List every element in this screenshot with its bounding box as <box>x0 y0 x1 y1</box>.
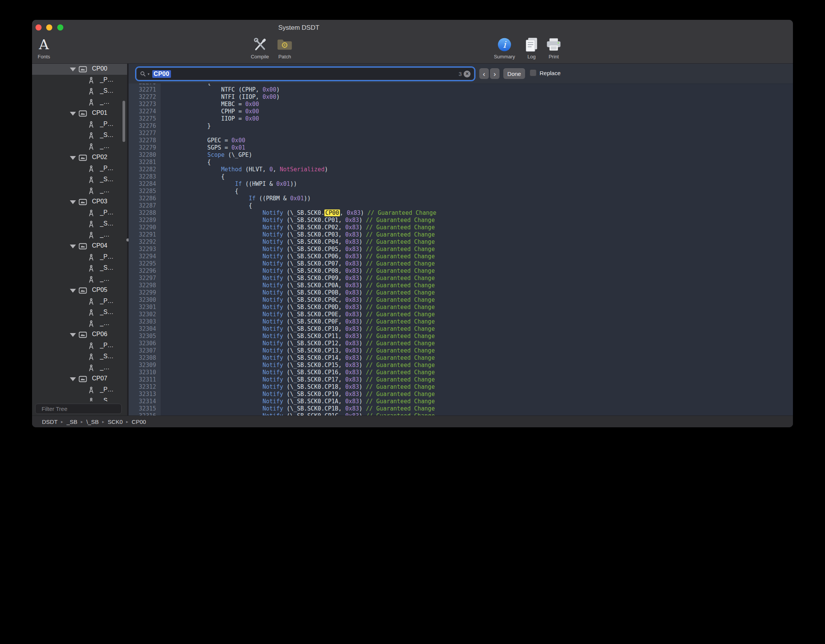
disclosure-triangle-icon[interactable] <box>70 377 76 381</box>
code-text: Notify (\_SB.SCK0.CP09, 0x83) // Guarant… <box>161 275 435 282</box>
tree-item[interactable]: _… <box>32 362 127 374</box>
line-number: 32277 <box>129 130 161 137</box>
code-line: 32297 Notify (\_SB.SCK0.CP09, 0x83) // G… <box>129 275 793 282</box>
code-text: Notify (\_SB.SCK0.CP19, 0x83) // Guarant… <box>161 391 435 398</box>
code-editor[interactable]: 32270 {32271 NTFC (CPHP, 0x00)32272 NTFI… <box>129 84 793 416</box>
tree-group-label: CP07 <box>92 375 107 382</box>
tree-item[interactable]: _S… <box>32 86 127 97</box>
zoom-button[interactable] <box>57 24 63 31</box>
breadcrumb-item[interactable]: \_SB <box>86 419 99 425</box>
tree-group-cp07[interactable]: CP07 <box>32 374 127 385</box>
search-options-chevron-icon[interactable]: ▾ <box>148 72 150 76</box>
find-next-button[interactable]: › <box>490 68 500 79</box>
tree-group-label: CP05 <box>92 287 107 293</box>
sidebar-scrollbar[interactable] <box>122 101 125 142</box>
tree-item[interactable]: _P… <box>32 385 127 396</box>
code-text: SGPS = 0x01 <box>161 144 245 151</box>
tree-item[interactable]: _… <box>32 318 127 329</box>
disclosure-triangle-icon[interactable] <box>70 112 76 116</box>
minimize-button[interactable] <box>46 24 52 31</box>
method-icon <box>88 98 95 106</box>
toolbar-item-summary[interactable]: i Summary <box>491 36 518 60</box>
tree-item[interactable]: _P… <box>32 296 127 307</box>
line-number: 32293 <box>129 246 161 253</box>
breadcrumb-item[interactable]: _SB <box>66 419 77 425</box>
done-button[interactable]: Done <box>503 68 525 79</box>
breadcrumb-item[interactable]: DSDT <box>42 419 58 425</box>
code-line: 32278 GPEC = 0x00 <box>129 137 793 144</box>
clear-search-icon[interactable]: ✕ <box>464 71 471 77</box>
replace-checkbox[interactable] <box>530 69 537 76</box>
tree-item[interactable]: _P… <box>32 252 127 263</box>
tree-group-cp05[interactable]: CP05 <box>32 285 127 296</box>
method-icon <box>88 187 95 195</box>
find-previous-button[interactable]: ‹ <box>479 68 489 79</box>
fonts-icon: A <box>33 36 55 53</box>
code-text: Notify (\_SB.SCK0.CP07, 0x83) // Guarant… <box>161 260 435 267</box>
titlebar-toolbar: System DSDT A Fonts Compile <box>32 20 793 64</box>
toolbar-item-compile[interactable]: Compile <box>246 36 274 60</box>
disclosure-triangle-icon[interactable] <box>70 200 76 204</box>
find-query-text[interactable]: CP00 <box>152 70 171 78</box>
code-line: 32276 } <box>129 122 793 130</box>
method-icon <box>88 143 95 151</box>
filter-tree-input[interactable] <box>41 405 118 412</box>
tree-item[interactable]: _… <box>32 97 127 108</box>
tree-item[interactable]: _S… <box>32 219 127 230</box>
method-icon <box>88 176 95 184</box>
tree-item[interactable]: _… <box>32 185 127 196</box>
code-text: { <box>161 188 238 195</box>
line-number: 32290 <box>129 224 161 231</box>
filter-tree-field[interactable] <box>35 404 122 414</box>
tree-item[interactable]: _… <box>32 274 127 285</box>
code-text: Notify (\_SB.SCK0.CP13, 0x83) // Guarant… <box>161 347 435 354</box>
tree-item[interactable]: _P… <box>32 75 127 86</box>
code-line: 32284 If ((HWPI & 0x01)) <box>129 180 793 188</box>
tree-item[interactable]: _P… <box>32 163 127 174</box>
disclosure-triangle-icon[interactable] <box>70 68 76 71</box>
find-search-field[interactable]: ▾ CP00 3 ✕ <box>136 68 474 80</box>
breadcrumb-item[interactable]: CP00 <box>132 419 146 425</box>
disclosure-triangle-icon[interactable] <box>70 289 76 293</box>
tree-item[interactable]: _S… <box>32 351 127 362</box>
breadcrumb-item[interactable]: SCK0 <box>108 419 122 425</box>
tree-group-cp03[interactable]: CP03 <box>32 196 127 208</box>
tree-group-label: CP02 <box>92 154 107 161</box>
code-text: Scope (\_GPE) <box>161 151 252 159</box>
code-text <box>161 130 166 137</box>
tree-item[interactable]: _… <box>32 230 127 241</box>
toolbar-item-fonts[interactable]: A Fonts <box>33 36 55 60</box>
search-icon <box>140 71 146 77</box>
code-text: Notify (\_SB.SCK0.CP17, 0x83) // Guarant… <box>161 376 435 383</box>
code-line: 32279 SGPS = 0x01 <box>129 144 793 151</box>
tree-item[interactable]: _S… <box>32 130 127 141</box>
toolbar-item-log[interactable]: Log <box>521 36 542 60</box>
tree-group-cp06[interactable]: CP06 <box>32 329 127 340</box>
tree-group-cp00[interactable]: CP00 <box>32 64 127 75</box>
method-icon <box>88 253 95 261</box>
toolbar-item-print[interactable]: Print <box>543 36 564 60</box>
code-line: 32281 { <box>129 159 793 166</box>
code-line: 32272 NTFI (IIOP, 0x00) <box>129 93 793 101</box>
tree-item[interactable]: _P… <box>32 208 127 219</box>
code-line: 32313 Notify (\_SB.SCK0.CP19, 0x83) // G… <box>129 391 793 398</box>
tree-item[interactable]: _P… <box>32 119 127 130</box>
disclosure-triangle-icon[interactable] <box>70 156 76 160</box>
tree-item[interactable]: _P… <box>32 340 127 351</box>
tree-item[interactable]: _… <box>32 141 127 152</box>
toolbar-item-patch[interactable]: Patch <box>272 36 297 60</box>
patch-folder-icon <box>272 36 297 53</box>
tree-group-cp04[interactable]: CP04 <box>32 241 127 252</box>
tree-item[interactable]: _S… <box>32 174 127 185</box>
tree-group-label: CP00 <box>92 65 107 72</box>
tree-group-cp02[interactable]: CP02 <box>32 152 127 163</box>
tree-group-cp01[interactable]: CP01 <box>32 108 127 119</box>
tree-item[interactable]: _S… <box>32 307 127 318</box>
line-number: 32305 <box>129 333 161 340</box>
disclosure-triangle-icon[interactable] <box>70 333 76 337</box>
tree-item[interactable]: _S… <box>32 263 127 274</box>
tree-item[interactable]: _S… <box>32 396 127 401</box>
close-button[interactable] <box>35 24 42 31</box>
tree-item-label: _P… <box>100 342 114 349</box>
disclosure-triangle-icon[interactable] <box>70 245 76 248</box>
